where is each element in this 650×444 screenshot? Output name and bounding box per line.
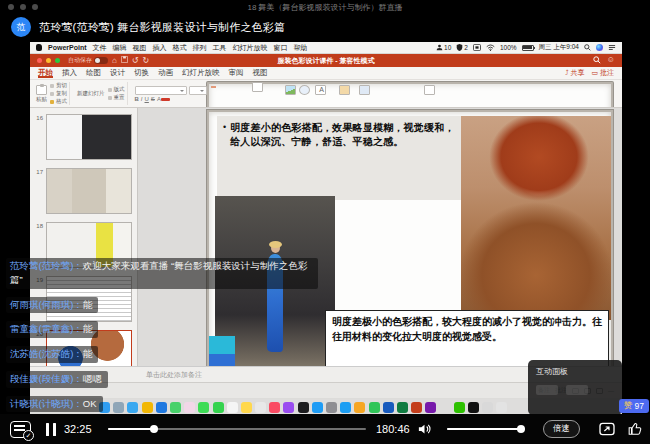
- apple-menu-icon[interactable]: [36, 44, 42, 51]
- chat-message: 雷童鑫(雷童鑫)：能: [6, 321, 98, 338]
- interaction-panel[interactable]: 互动面板: [528, 360, 622, 415]
- dock-app-icon[interactable]: [369, 402, 380, 413]
- wifi-icon[interactable]: [486, 44, 495, 51]
- cut-button[interactable]: 剪切: [50, 82, 67, 89]
- menubar-menu-item[interactable]: 窗口: [274, 43, 288, 53]
- playback-speed-button[interactable]: 倍速: [543, 414, 580, 444]
- bold-button[interactable]: B: [135, 96, 139, 102]
- font-name-combo[interactable]: [135, 86, 187, 95]
- dock-app-icon[interactable]: [440, 402, 451, 413]
- italic-button[interactable]: I: [141, 96, 143, 102]
- share-button[interactable]: ⤴ 共享: [565, 68, 584, 78]
- dock-app-icon[interactable]: [397, 402, 408, 413]
- pause-button[interactable]: [46, 414, 56, 444]
- siri-icon[interactable]: [596, 44, 603, 51]
- chat-sender-name: 计晓琪(计晓琪)：: [10, 398, 83, 409]
- playlist-toggle-button[interactable]: [10, 414, 31, 444]
- ribbon-tab[interactable]: 视图: [253, 68, 268, 78]
- ribbon-tab[interactable]: 幻灯片放映: [182, 68, 220, 78]
- caption-text: 明度差极小的色彩搭配，较大程度的减小了视觉的冲击力。往往用材料的变化拉大明度的视…: [332, 316, 602, 342]
- dock-app-icon[interactable]: [496, 402, 507, 413]
- dock-app-icon[interactable]: [411, 402, 422, 413]
- menubar-menu-item[interactable]: 视图: [133, 43, 147, 53]
- menubar-menu-item[interactable]: 幻灯片放映: [233, 43, 268, 53]
- dock-app-icon[interactable]: [326, 402, 337, 413]
- seek-bar-knob[interactable]: [150, 425, 158, 433]
- underline-button[interactable]: U: [145, 96, 149, 102]
- ribbon-tab[interactable]: 绘图: [86, 68, 101, 78]
- seek-bar-played: [108, 428, 154, 430]
- dock-app-icon[interactable]: [383, 402, 394, 413]
- search-icon[interactable]: [593, 56, 601, 66]
- bullet-marker: •: [223, 121, 226, 195]
- menubar-menu-item[interactable]: 排列: [193, 43, 207, 53]
- copy-button[interactable]: 复制: [50, 90, 67, 97]
- font-size-combo[interactable]: [189, 86, 207, 95]
- ppt-traffic-lights[interactable]: [37, 58, 60, 63]
- dock-app-icon[interactable]: [354, 402, 365, 413]
- save-icon[interactable]: [121, 56, 128, 65]
- format-painter-button[interactable]: 格式: [50, 98, 67, 105]
- slide-thumbnail[interactable]: 17: [33, 168, 137, 214]
- dock-app-icon[interactable]: [468, 402, 479, 413]
- font-color-button[interactable]: A: [157, 96, 170, 102]
- dock-app-icon[interactable]: [454, 402, 465, 413]
- like-count-badge: 赞 97: [619, 399, 649, 413]
- comments-button[interactable]: ▭ 批注: [591, 68, 614, 78]
- quick-styles-icon: [359, 85, 370, 95]
- people-count-icon[interactable]: 10: [436, 44, 451, 51]
- like-button[interactable]: [628, 414, 642, 444]
- stream-header: 范 范玲莺(范玲莺) 舞台影视服装设计与制作之色彩篇: [0, 12, 650, 42]
- autosave-toggle[interactable]: [94, 57, 108, 64]
- shield-count-icon[interactable]: 2: [456, 44, 468, 51]
- ribbon-tab[interactable]: 开始: [38, 68, 53, 78]
- slide-thumbnail-image[interactable]: [46, 114, 132, 160]
- volume-bar[interactable]: [447, 428, 525, 430]
- streamer-avatar[interactable]: 范: [11, 17, 31, 37]
- home-icon[interactable]: ⌂: [112, 57, 117, 65]
- ribbon-tab[interactable]: 插入: [62, 68, 77, 78]
- chat-message-text: 嗯嗯: [83, 373, 102, 384]
- dock-app-icon[interactable]: [425, 402, 436, 413]
- menubar-menu-item[interactable]: 插入: [153, 43, 167, 53]
- ribbon-tab[interactable]: 设计: [110, 68, 125, 78]
- app-menu-title[interactable]: PowerPoint: [48, 44, 87, 51]
- dock-app-icon[interactable]: [340, 402, 351, 413]
- account-icon[interactable]: ☺: [607, 56, 615, 66]
- layout-button[interactable]: 版式: [108, 86, 125, 93]
- dock-app-icon[interactable]: [482, 402, 493, 413]
- notification-center-icon[interactable]: [608, 44, 616, 51]
- seek-bar[interactable]: [108, 428, 366, 430]
- ribbon-tab[interactable]: 切换: [134, 68, 149, 78]
- ribbon-tab[interactable]: 审阅: [229, 68, 244, 78]
- menubar-menu-item[interactable]: 编辑: [113, 43, 127, 53]
- reset-button[interactable]: 重置: [108, 94, 125, 101]
- app-window: 18 舞美（舞台影视服装设计与制作）群直播 范 范玲莺(范玲莺) 舞台影视服装设…: [0, 0, 650, 444]
- current-time: 32:25: [64, 414, 92, 444]
- slide-photo-portrait[interactable]: [461, 116, 611, 320]
- strikethrough-button[interactable]: S: [151, 96, 155, 102]
- paste-label: 粘贴: [36, 96, 47, 102]
- player-control-bar: 32:25 180:46 倍速: [0, 414, 650, 444]
- new-slide-button[interactable]: 新建幻灯片: [77, 90, 105, 96]
- battery-percent: 100%: [500, 44, 517, 51]
- menubar-menu-item[interactable]: 工具: [213, 43, 227, 53]
- stream-title: 范玲莺(范玲莺) 舞台影视服装设计与制作之色彩篇: [39, 20, 285, 35]
- undo-icon[interactable]: ↺: [132, 57, 139, 65]
- speed-label: 倍速: [543, 420, 580, 438]
- slide-thumbnail[interactable]: 16: [33, 114, 137, 160]
- menubar-clock[interactable]: 周三 上午9:04: [539, 43, 579, 52]
- redo-icon[interactable]: ↻: [143, 57, 150, 65]
- slide-thumbnail-image[interactable]: [46, 168, 132, 214]
- menubar-menu-item[interactable]: 帮助: [294, 43, 308, 53]
- volume-button[interactable]: [417, 414, 432, 444]
- slide-bullet-textbox[interactable]: • 明度差小的色彩搭配，效果略显模糊，视觉缓和，给人以深沉、宁静，舒适、平稳之感…: [217, 116, 463, 200]
- menubar-menu-item[interactable]: 格式: [173, 43, 187, 53]
- volume-bar-knob[interactable]: [517, 425, 525, 433]
- screen-record-icon[interactable]: [473, 44, 481, 51]
- spotlight-icon[interactable]: [584, 44, 591, 51]
- menubar-menu-item[interactable]: 文件: [93, 43, 107, 53]
- paste-button[interactable]: 粘贴: [36, 85, 47, 102]
- ribbon-tab[interactable]: 动画: [158, 68, 173, 78]
- cast-button[interactable]: [599, 414, 615, 444]
